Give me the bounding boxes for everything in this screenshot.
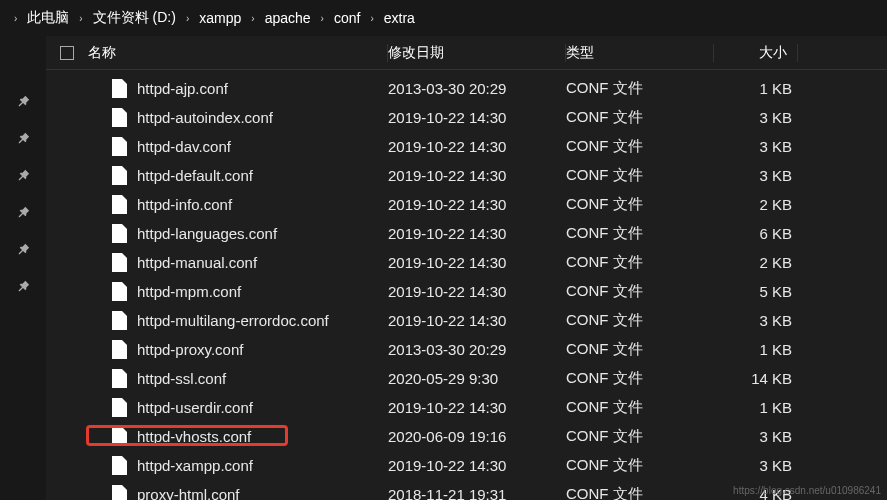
breadcrumb-segment[interactable]: 此电脑 — [23, 7, 73, 29]
pin-icon[interactable] — [15, 205, 31, 224]
file-icon — [112, 398, 127, 417]
chevron-right-icon: › — [79, 13, 82, 24]
file-icon — [112, 311, 127, 330]
breadcrumb[interactable]: ›此电脑›文件资料 (D:)›xampp›apache›conf›extra — [0, 0, 887, 36]
file-date: 2019-10-22 14:30 — [388, 399, 566, 416]
file-size: 3 KB — [714, 457, 798, 474]
file-date: 2019-10-22 14:30 — [388, 312, 566, 329]
pin-icon[interactable] — [15, 94, 31, 113]
file-name: proxy-html.conf — [137, 486, 240, 500]
file-date: 2020-06-09 19:16 — [388, 428, 566, 445]
file-type: CONF 文件 — [566, 224, 714, 243]
file-icon — [112, 369, 127, 388]
file-size: 6 KB — [714, 225, 798, 242]
chevron-right-icon: › — [251, 13, 254, 24]
file-name: httpd-autoindex.conf — [137, 109, 273, 126]
file-name: httpd-multilang-errordoc.conf — [137, 312, 329, 329]
pin-icon[interactable] — [15, 279, 31, 298]
file-name: httpd-userdir.conf — [137, 399, 253, 416]
file-date: 2019-10-22 14:30 — [388, 254, 566, 271]
chevron-right-icon: › — [321, 13, 324, 24]
file-icon — [112, 456, 127, 475]
file-type: CONF 文件 — [566, 137, 714, 156]
file-type: CONF 文件 — [566, 311, 714, 330]
file-icon — [112, 224, 127, 243]
file-type: CONF 文件 — [566, 340, 714, 359]
file-name: httpd-languages.conf — [137, 225, 277, 242]
column-header-size[interactable]: 大小 — [714, 44, 798, 62]
column-header-row[interactable]: 名称 修改日期 类型 大小 — [46, 36, 887, 70]
file-name: httpd-default.conf — [137, 167, 253, 184]
chevron-right-icon: › — [14, 13, 17, 24]
file-type: CONF 文件 — [566, 456, 714, 475]
file-row[interactable]: httpd-default.conf2019-10-22 14:30CONF 文… — [46, 161, 887, 190]
file-type: CONF 文件 — [566, 398, 714, 417]
file-row[interactable]: httpd-proxy.conf2013-03-30 20:29CONF 文件1… — [46, 335, 887, 364]
breadcrumb-segment[interactable]: 文件资料 (D:) — [89, 7, 180, 29]
file-row[interactable]: httpd-ajp.conf2013-03-30 20:29CONF 文件1 K… — [46, 74, 887, 103]
pin-icon[interactable] — [15, 168, 31, 187]
file-size: 3 KB — [714, 312, 798, 329]
file-name: httpd-vhosts.conf — [137, 428, 251, 445]
file-name: httpd-dav.conf — [137, 138, 231, 155]
file-date: 2019-10-22 14:30 — [388, 457, 566, 474]
file-size: 3 KB — [714, 138, 798, 155]
file-icon — [112, 485, 127, 500]
file-name: httpd-ssl.conf — [137, 370, 226, 387]
file-name: httpd-ajp.conf — [137, 80, 228, 97]
file-row[interactable]: httpd-multilang-errordoc.conf2019-10-22 … — [46, 306, 887, 335]
file-icon — [112, 108, 127, 127]
file-size: 1 KB — [714, 80, 798, 97]
file-icon — [112, 427, 127, 446]
file-size: 3 KB — [714, 167, 798, 184]
column-header-type[interactable]: 类型 — [566, 44, 714, 62]
file-name: httpd-info.conf — [137, 196, 232, 213]
file-row[interactable]: httpd-ssl.conf2020-05-29 9:30CONF 文件14 K… — [46, 364, 887, 393]
file-type: CONF 文件 — [566, 427, 714, 446]
file-row[interactable]: httpd-info.conf2019-10-22 14:30CONF 文件2 … — [46, 190, 887, 219]
file-row[interactable]: httpd-dav.conf2019-10-22 14:30CONF 文件3 K… — [46, 132, 887, 161]
file-name: httpd-mpm.conf — [137, 283, 241, 300]
file-size: 5 KB — [714, 283, 798, 300]
file-size: 1 KB — [714, 399, 798, 416]
file-row[interactable]: httpd-autoindex.conf2019-10-22 14:30CONF… — [46, 103, 887, 132]
file-type: CONF 文件 — [566, 282, 714, 301]
file-date: 2013-03-30 20:29 — [388, 341, 566, 358]
file-row[interactable]: httpd-manual.conf2019-10-22 14:30CONF 文件… — [46, 248, 887, 277]
file-row[interactable]: httpd-userdir.conf2019-10-22 14:30CONF 文… — [46, 393, 887, 422]
file-date: 2019-10-22 14:30 — [388, 167, 566, 184]
column-header-date[interactable]: 修改日期 — [388, 44, 566, 62]
file-size: 2 KB — [714, 254, 798, 271]
chevron-right-icon: › — [370, 13, 373, 24]
file-type: CONF 文件 — [566, 253, 714, 272]
file-row[interactable]: httpd-xampp.conf2019-10-22 14:30CONF 文件3… — [46, 451, 887, 480]
chevron-right-icon: › — [186, 13, 189, 24]
file-type: CONF 文件 — [566, 79, 714, 98]
breadcrumb-segment[interactable]: xampp — [195, 8, 245, 28]
file-icon — [112, 253, 127, 272]
breadcrumb-segment[interactable]: apache — [261, 8, 315, 28]
pin-icon[interactable] — [15, 242, 31, 261]
file-size: 1 KB — [714, 341, 798, 358]
file-row[interactable]: httpd-languages.conf2019-10-22 14:30CONF… — [46, 219, 887, 248]
file-date: 2019-10-22 14:30 — [388, 196, 566, 213]
breadcrumb-segment[interactable]: extra — [380, 8, 419, 28]
select-all-checkbox[interactable] — [60, 46, 88, 60]
pin-icon[interactable] — [15, 131, 31, 150]
file-icon — [112, 79, 127, 98]
file-date: 2013-03-30 20:29 — [388, 80, 566, 97]
file-list-panel: 名称 修改日期 类型 大小 httpd-ajp.conf2013-03-30 2… — [46, 36, 887, 500]
column-header-name[interactable]: 名称 — [88, 44, 388, 62]
file-name: httpd-proxy.conf — [137, 341, 243, 358]
file-row[interactable]: httpd-mpm.conf2019-10-22 14:30CONF 文件5 K… — [46, 277, 887, 306]
file-list: httpd-ajp.conf2013-03-30 20:29CONF 文件1 K… — [46, 70, 887, 500]
file-date: 2019-10-22 14:30 — [388, 109, 566, 126]
file-date: 2019-10-22 14:30 — [388, 138, 566, 155]
file-row[interactable]: httpd-vhosts.conf2020-06-09 19:16CONF 文件… — [46, 422, 887, 451]
file-name: httpd-xampp.conf — [137, 457, 253, 474]
file-size: 3 KB — [714, 428, 798, 445]
file-type: CONF 文件 — [566, 166, 714, 185]
file-type: CONF 文件 — [566, 485, 714, 500]
file-date: 2020-05-29 9:30 — [388, 370, 566, 387]
breadcrumb-segment[interactable]: conf — [330, 8, 364, 28]
